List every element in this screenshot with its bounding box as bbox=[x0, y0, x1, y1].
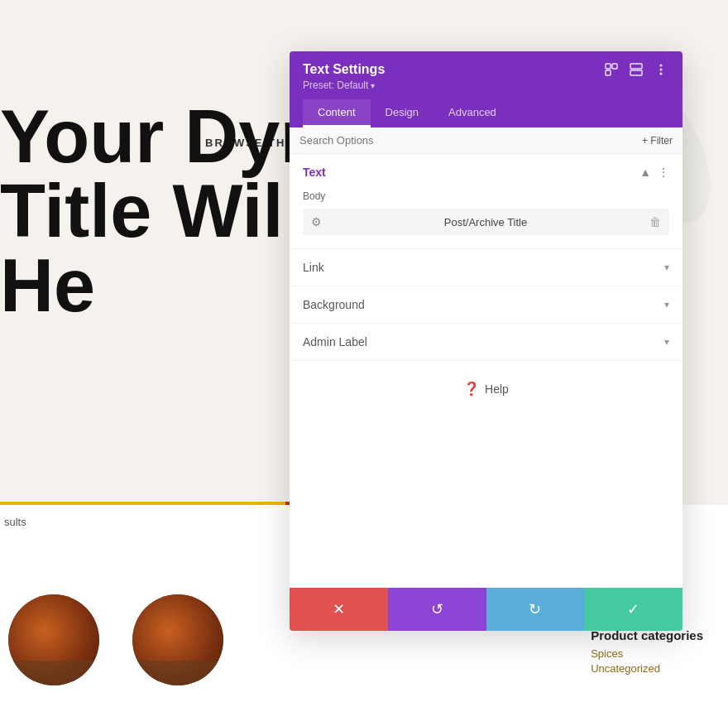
panel-action-bar: ✕ ↺ ↻ ✓ bbox=[290, 588, 682, 631]
text-section-icons: ▲ ⋮ bbox=[639, 166, 669, 179]
dynamic-field-row: ⚙ Post/Archive Title 🗑 bbox=[303, 209, 669, 235]
panel-header: Text Settings bbox=[290, 51, 682, 127]
svg-point-12 bbox=[660, 65, 663, 67]
panel-header-icons bbox=[603, 61, 669, 78]
cancel-button[interactable]: ✕ bbox=[290, 588, 388, 631]
svg-point-13 bbox=[660, 69, 663, 71]
tab-design[interactable]: Design bbox=[371, 99, 433, 127]
panel-search-bar: + Filter bbox=[290, 127, 682, 154]
product-bowl-1 bbox=[8, 594, 99, 685]
svg-rect-7 bbox=[606, 64, 611, 69]
expand-icon[interactable] bbox=[603, 61, 620, 78]
layout-icon[interactable] bbox=[628, 61, 644, 78]
svg-rect-10 bbox=[630, 64, 642, 69]
panel-preset[interactable]: Preset: Default ▾ bbox=[303, 79, 669, 91]
text-section-header[interactable]: Text ▲ ⋮ bbox=[290, 154, 682, 190]
text-section-collapse-icon[interactable]: ▲ bbox=[639, 166, 651, 179]
admin-label-section[interactable]: Admin Label ▾ bbox=[290, 324, 682, 361]
background-chevron-icon: ▾ bbox=[664, 299, 669, 310]
admin-label-chevron-icon: ▾ bbox=[664, 336, 669, 348]
panel-body: Text ▲ ⋮ Body ⚙ Post/Archive Title 🗑 Lin… bbox=[290, 154, 682, 588]
results-label: sults bbox=[4, 516, 26, 528]
tab-advanced[interactable]: Advanced bbox=[433, 99, 511, 127]
svg-rect-11 bbox=[630, 70, 642, 75]
link-section[interactable]: Link ▾ bbox=[290, 249, 682, 286]
dynamic-field-value: Post/Archive Title bbox=[328, 216, 643, 228]
background-section[interactable]: Background ▾ bbox=[290, 286, 682, 324]
text-section-more-icon[interactable]: ⋮ bbox=[658, 166, 669, 179]
body-field-label: Body bbox=[290, 190, 682, 209]
delete-field-icon[interactable]: 🗑 bbox=[649, 215, 661, 228]
text-settings-panel: Text Settings bbox=[290, 51, 682, 631]
bowl-rim-1 bbox=[8, 661, 99, 685]
tab-content[interactable]: Content bbox=[303, 99, 371, 127]
text-section-title: Text bbox=[303, 166, 326, 179]
link-chevron-icon: ▾ bbox=[664, 262, 669, 273]
bowl-rim-2 bbox=[132, 661, 223, 685]
help-label: Help bbox=[485, 382, 509, 396]
panel-title: Text Settings bbox=[303, 62, 385, 77]
redo-button[interactable]: ↻ bbox=[486, 588, 585, 631]
help-section[interactable]: ❓ Help bbox=[290, 361, 682, 416]
admin-label-section-title: Admin Label bbox=[303, 335, 367, 349]
panel-title-row: Text Settings bbox=[303, 61, 669, 78]
category-link-uncategorized[interactable]: Uncategorized bbox=[591, 662, 703, 675]
search-input[interactable] bbox=[299, 134, 642, 147]
product-bowl-2 bbox=[132, 594, 223, 685]
link-section-title: Link bbox=[303, 261, 324, 274]
filter-button[interactable]: + Filter bbox=[642, 135, 673, 147]
product-categories: Product categories Spices Uncategorized bbox=[591, 628, 703, 677]
background-section-title: Background bbox=[303, 298, 365, 311]
save-button[interactable]: ✓ bbox=[584, 588, 682, 631]
category-link-spices[interactable]: Spices bbox=[591, 647, 703, 660]
svg-point-14 bbox=[660, 73, 663, 75]
help-icon: ❓ bbox=[463, 381, 480, 397]
gear-icon[interactable]: ⚙ bbox=[311, 215, 322, 228]
text-section: Text ▲ ⋮ Body ⚙ Post/Archive Title 🗑 bbox=[290, 154, 682, 249]
panel-tabs: Content Design Advanced bbox=[303, 99, 669, 127]
reset-button[interactable]: ↺ bbox=[388, 588, 486, 631]
preset-arrow-icon: ▾ bbox=[371, 81, 375, 90]
svg-rect-8 bbox=[612, 64, 617, 69]
svg-rect-9 bbox=[606, 70, 611, 75]
more-options-icon[interactable] bbox=[653, 61, 669, 78]
